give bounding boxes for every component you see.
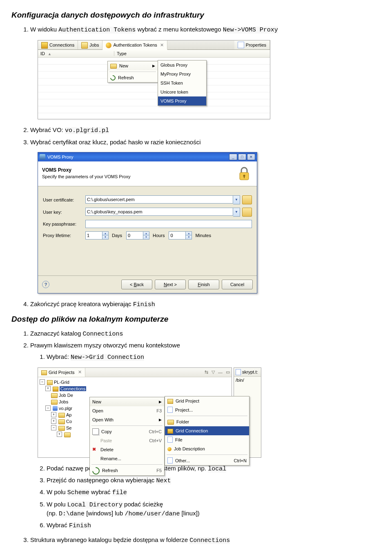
- expand-icon[interactable]: +: [51, 419, 56, 424]
- menu-rename-label: Rename...: [100, 456, 121, 461]
- tab-properties-label: Properties: [246, 43, 266, 47]
- next-button[interactable]: Next >: [155, 280, 186, 289]
- column-type[interactable]: Type: [114, 51, 270, 56]
- expand-icon[interactable]: −: [45, 405, 51, 411]
- menu-new[interactable]: New ▶: [90, 397, 164, 406]
- section2-list: Zaznaczyć katalog Connections Prawym kla…: [11, 329, 381, 362]
- minimize-pane-icon[interactable]: —: [218, 370, 223, 375]
- tree-root[interactable]: − PL-Grid: [40, 379, 230, 385]
- grid-connection-icon: [167, 429, 173, 434]
- s2-2-3-code: Next: [156, 477, 171, 484]
- maximize-pane-icon[interactable]: ▭: [226, 369, 230, 375]
- submenu-file[interactable]: File: [165, 435, 249, 444]
- tree-ser-label: Se: [66, 425, 71, 430]
- submenu-ssh-token[interactable]: SSH Token: [158, 78, 206, 87]
- browse-certificate-button[interactable]: [242, 195, 252, 204]
- user-key-input[interactable]: [85, 208, 233, 216]
- back-button[interactable]: < Back: [121, 280, 152, 289]
- tab-jobs[interactable]: Jobs: [78, 40, 102, 49]
- menu-open-with[interactable]: Open With ▶: [90, 415, 164, 424]
- submenu-project[interactable]: Project...: [165, 405, 249, 414]
- tab-connections-label: Connections: [49, 43, 74, 47]
- s2-step2-4: W polu Scheme wybrać file: [47, 488, 381, 497]
- expand-icon[interactable]: +: [45, 386, 51, 391]
- minutes-input[interactable]: [169, 232, 185, 239]
- paste-icon: [92, 438, 98, 443]
- menu-rename[interactable]: Rename...: [90, 454, 164, 463]
- submenu-unicore-token[interactable]: Unicore token: [158, 87, 206, 96]
- expand-icon[interactable]: +: [57, 432, 62, 437]
- hours-stepper[interactable]: ▲▼: [126, 231, 149, 240]
- tab-auth-tokens[interactable]: Authentication Tokens ✕: [102, 40, 167, 50]
- days-input[interactable]: [86, 232, 102, 239]
- s1-step4-code: Finish: [133, 301, 155, 308]
- menu-new-label: New: [119, 63, 128, 68]
- hours-input[interactable]: [127, 232, 143, 239]
- menu-delete[interactable]: ✖ Delete: [90, 445, 164, 454]
- tree-cor-label: Co: [66, 419, 72, 424]
- expand-icon[interactable]: +: [51, 412, 56, 417]
- submenu-other[interactable]: Other... Ctrl+N: [165, 456, 249, 465]
- key-icon: [106, 43, 111, 48]
- menu-paste: Paste Ctrl+V: [90, 436, 164, 445]
- label-proxy-lifetime: Proxy lifetime:: [43, 233, 85, 238]
- s1-step2: Wybrać VO: vo.plgrid.pl: [30, 126, 381, 135]
- expand-icon[interactable]: −: [40, 379, 45, 385]
- table-body: New ▶ Refresh Globus Proxy MyProxy Proxy…: [38, 58, 270, 119]
- menu-refresh[interactable]: Refresh: [108, 73, 158, 82]
- tree-connections-label: Connections: [60, 386, 86, 391]
- view-menu-icon[interactable]: ▽: [212, 369, 215, 375]
- tree-connections[interactable]: + Connections: [40, 385, 230, 392]
- label-user-key: User key:: [43, 210, 85, 215]
- close-button[interactable]: ✕: [247, 154, 255, 160]
- s2-step3: Struktura wybranego katalogu będzie dost…: [30, 536, 381, 545]
- user-certificate-input[interactable]: [85, 195, 233, 204]
- submenu-arrow-icon: ▶: [152, 64, 155, 68]
- submenu-voms-proxy[interactable]: VOMS Proxy: [158, 96, 206, 105]
- dropdown-icon[interactable]: ▼: [233, 195, 240, 204]
- days-stepper[interactable]: ▲▼: [85, 231, 109, 240]
- browse-key-button[interactable]: [242, 208, 252, 217]
- expand-icon[interactable]: −: [51, 425, 56, 430]
- maximize-button[interactable]: □: [238, 154, 246, 160]
- menu-copy[interactable]: Copy Ctrl+C: [90, 427, 164, 436]
- s2-2-1-text: Wybrać:: [47, 353, 71, 360]
- submenu-folder[interactable]: Folder: [165, 417, 249, 426]
- window-titlebar: VOMS Proxy _ □ ✕: [38, 152, 257, 161]
- s2-step1-code: Connections: [82, 331, 123, 338]
- finish-button[interactable]: Finish: [188, 280, 219, 289]
- column-id[interactable]: ID ▲: [38, 51, 114, 56]
- s2-2-5-code2: D:\dane: [59, 510, 85, 517]
- minimize-button[interactable]: _: [229, 154, 237, 160]
- key-passphrase-input[interactable]: [85, 220, 252, 228]
- delete-icon: ✖: [92, 447, 98, 452]
- submenu-myproxy-proxy[interactable]: MyProxy Proxy: [158, 69, 206, 78]
- days-unit: Days: [112, 233, 122, 238]
- submenu-grid-project[interactable]: Grid Project: [165, 396, 249, 405]
- s2-2-5-text-a: W polu: [47, 501, 67, 508]
- close-icon[interactable]: ✕: [78, 369, 82, 375]
- other-icon: [167, 457, 173, 463]
- s2-step2-5: W polu Local Directory podać ścieżkę (np…: [47, 500, 381, 519]
- s1-step1-text-b: wybrać z menu kontekstowego: [136, 26, 223, 33]
- column-type-label: Type: [117, 51, 127, 56]
- menu-new[interactable]: New ▶: [108, 61, 158, 70]
- figure-grid-projects: Grid Projects ✕ ⇆ ▽ — ▭ − PL-Grid +: [38, 367, 381, 458]
- dropdown-icon[interactable]: ▼: [233, 208, 240, 217]
- side-tab[interactable]: skrypt.t:: [234, 368, 261, 377]
- menu-refresh[interactable]: Refresh F5: [90, 466, 164, 475]
- tab-connections[interactable]: Connections: [38, 40, 78, 49]
- tab-properties[interactable]: Properties: [234, 40, 270, 49]
- submenu-grid-connection[interactable]: Grid Connection: [165, 426, 249, 435]
- menu-open[interactable]: Open F3: [90, 406, 164, 415]
- tab-grid-projects[interactable]: Grid Projects ✕: [38, 368, 85, 377]
- collapse-all-icon[interactable]: ⇆: [205, 369, 208, 375]
- close-icon[interactable]: ✕: [160, 43, 164, 48]
- help-button[interactable]: ?: [42, 281, 49, 288]
- s1-step2-code: vo.plgrid.pl: [65, 127, 109, 134]
- cancel-button[interactable]: Cancel: [222, 280, 253, 289]
- submenu-job-description[interactable]: Job Description: [165, 444, 249, 453]
- side-line: /bin/: [234, 377, 261, 383]
- minutes-stepper[interactable]: ▲▼: [169, 231, 192, 240]
- submenu-globus-proxy[interactable]: Globus Proxy: [158, 60, 206, 69]
